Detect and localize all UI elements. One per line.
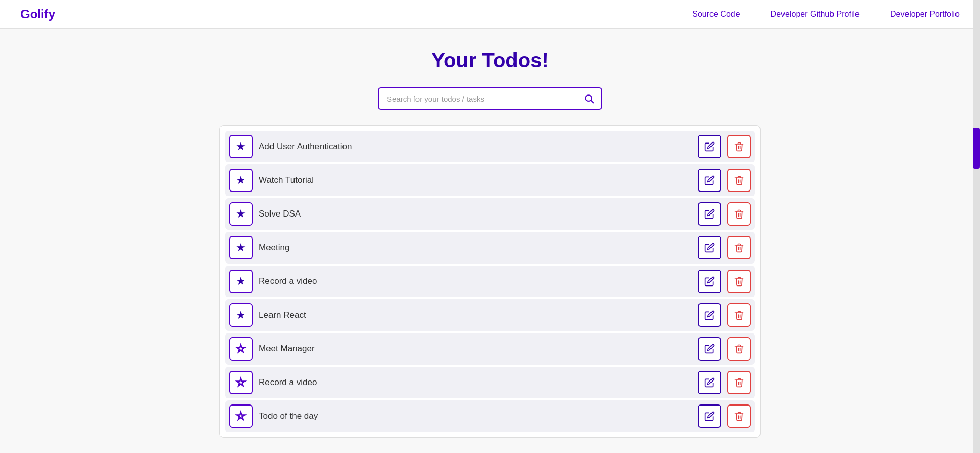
edit-button[interactable] xyxy=(698,337,721,361)
edit-button[interactable] xyxy=(698,202,721,226)
star-filled-icon: ★ xyxy=(236,308,246,322)
todo-text: Meeting xyxy=(259,243,692,253)
star-button[interactable]: ★ xyxy=(229,135,253,158)
delete-button[interactable] xyxy=(727,135,751,158)
todo-item: ★Learn React xyxy=(225,299,755,331)
trash-icon xyxy=(734,310,744,320)
star-button[interactable]: ★ xyxy=(229,270,253,293)
edit-icon xyxy=(704,411,715,421)
scrollbar[interactable] xyxy=(973,0,980,453)
star-empty-icon: ☆ xyxy=(236,410,246,423)
edit-icon xyxy=(704,141,715,152)
search-icon xyxy=(584,93,594,104)
edit-button[interactable] xyxy=(698,303,721,327)
todo-list: ★Add User Authentication★Watch Tutorial★… xyxy=(219,125,761,438)
edit-icon xyxy=(704,310,715,320)
todo-text: Meet Manager xyxy=(259,344,692,354)
star-filled-icon: ★ xyxy=(236,174,246,187)
star-empty-icon: ☆ xyxy=(236,376,246,389)
trash-icon xyxy=(734,276,744,287)
trash-icon xyxy=(734,377,744,388)
edit-icon xyxy=(704,344,715,354)
delete-button[interactable] xyxy=(727,303,751,327)
delete-button[interactable] xyxy=(727,202,751,226)
todo-item: ★Record a video xyxy=(225,266,755,297)
edit-button[interactable] xyxy=(698,270,721,293)
star-button[interactable]: ☆ xyxy=(229,404,253,428)
trash-icon xyxy=(734,175,744,185)
star-filled-icon: ★ xyxy=(236,140,246,153)
edit-icon xyxy=(704,209,715,219)
edit-icon xyxy=(704,175,715,185)
todo-item: ★Solve DSA xyxy=(225,198,755,230)
star-button[interactable]: ★ xyxy=(229,236,253,259)
edit-icon xyxy=(704,243,715,253)
star-button[interactable]: ★ xyxy=(229,202,253,226)
todo-text: Todo of the day xyxy=(259,411,692,421)
todo-item: ★Add User Authentication xyxy=(225,131,755,162)
edit-icon xyxy=(704,377,715,388)
delete-button[interactable] xyxy=(727,270,751,293)
nav-source-code[interactable]: Source Code xyxy=(692,10,740,19)
delete-button[interactable] xyxy=(727,371,751,394)
edit-button[interactable] xyxy=(698,371,721,394)
nav-portfolio[interactable]: Developer Portfolio xyxy=(890,10,960,19)
todo-text: Record a video xyxy=(259,276,692,287)
main-nav: Source Code Developer Github Profile Dev… xyxy=(692,10,960,19)
todo-text: Solve DSA xyxy=(259,209,692,219)
edit-button[interactable] xyxy=(698,169,721,192)
todo-item: ★Meeting xyxy=(225,232,755,264)
trash-icon xyxy=(734,243,744,253)
trash-icon xyxy=(734,344,744,354)
todo-item: ☆Record a video xyxy=(225,367,755,398)
star-filled-icon: ★ xyxy=(236,241,246,254)
star-button[interactable]: ★ xyxy=(229,169,253,192)
star-empty-icon: ☆ xyxy=(236,342,246,355)
svg-line-1 xyxy=(591,101,594,103)
edit-button[interactable] xyxy=(698,236,721,259)
trash-icon xyxy=(734,209,744,219)
star-button[interactable]: ★ xyxy=(229,303,253,327)
todo-text: Learn React xyxy=(259,310,692,320)
todo-text: Add User Authentication xyxy=(259,141,692,152)
search-button[interactable] xyxy=(577,88,601,109)
star-filled-icon: ★ xyxy=(236,275,246,288)
page-title: Your Todos! xyxy=(431,49,549,72)
delete-button[interactable] xyxy=(727,337,751,361)
todo-item: ☆Todo of the day xyxy=(225,400,755,432)
delete-button[interactable] xyxy=(727,236,751,259)
nav-github-profile[interactable]: Developer Github Profile xyxy=(771,10,860,19)
star-button[interactable]: ☆ xyxy=(229,337,253,361)
delete-button[interactable] xyxy=(727,404,751,428)
edit-icon xyxy=(704,276,715,287)
todo-item: ★Watch Tutorial xyxy=(225,164,755,196)
app-logo: Golify xyxy=(20,7,55,21)
star-button[interactable]: ☆ xyxy=(229,371,253,394)
delete-button[interactable] xyxy=(727,169,751,192)
main-content: Your Todos! ★Add User Authentication★Wat… xyxy=(0,29,980,453)
app-header: Golify Source Code Developer Github Prof… xyxy=(0,0,980,29)
edit-button[interactable] xyxy=(698,404,721,428)
scrollbar-thumb[interactable] xyxy=(973,128,980,169)
edit-button[interactable] xyxy=(698,135,721,158)
star-filled-icon: ★ xyxy=(236,207,246,221)
trash-icon xyxy=(734,411,744,421)
trash-icon xyxy=(734,141,744,152)
search-bar xyxy=(378,87,602,110)
todo-text: Record a video xyxy=(259,377,692,388)
todo-item: ☆Meet Manager xyxy=(225,333,755,365)
search-input[interactable] xyxy=(379,89,577,108)
todo-text: Watch Tutorial xyxy=(259,175,692,185)
